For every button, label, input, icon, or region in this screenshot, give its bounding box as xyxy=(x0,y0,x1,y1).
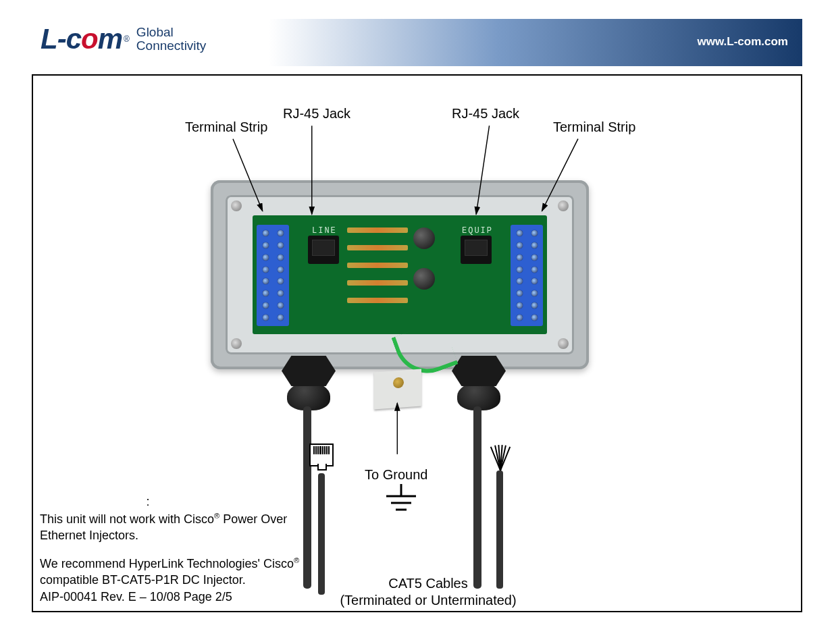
diagram-area: Terminal Strip RJ-45 Jack RJ-45 Jack Ter… xyxy=(33,106,801,599)
logo-mark: L-com xyxy=(41,23,122,55)
cable-right xyxy=(473,406,481,589)
content-frame: Terminal Strip RJ-45 Jack RJ-45 Jack Ter… xyxy=(32,74,802,612)
pcb-component xyxy=(347,227,408,233)
cable-unterminated xyxy=(483,444,517,589)
label-rj45-right: RJ-45 Jack xyxy=(452,106,519,122)
label-terminal-strip-left: Terminal Strip xyxy=(185,119,267,135)
pcb-capacitor xyxy=(413,268,435,290)
terminal-block-right xyxy=(511,225,543,326)
logo: L-com ® Global Connectivity xyxy=(41,23,206,55)
tagline-2: Connectivity xyxy=(136,39,207,53)
corner-screw xyxy=(558,200,569,211)
rj45-jack-right xyxy=(461,236,492,264)
pcb-component xyxy=(347,298,408,303)
cable-gland-left xyxy=(275,356,342,410)
pcb-component xyxy=(347,263,408,268)
pcb-component xyxy=(347,280,408,286)
logo-part-3: m xyxy=(98,23,122,55)
corner-screw xyxy=(558,338,569,349)
rj45-jack-left xyxy=(308,236,339,264)
website-url: www.L-com.com xyxy=(698,35,788,49)
label-rj45-left: RJ-45 Jack xyxy=(283,106,350,122)
corner-screw xyxy=(231,200,242,211)
logo-part-1: L-c xyxy=(41,23,81,55)
ground-bracket xyxy=(374,369,421,410)
logo-registered: ® xyxy=(124,34,130,44)
note-para-1: This unit will not work with Cisco® Powe… xyxy=(40,511,310,543)
pcb: LINE EQUIP xyxy=(253,215,547,334)
label-to-ground: To Ground xyxy=(365,467,427,483)
label-terminal-strip-right: Terminal Strip xyxy=(553,119,635,135)
logo-tagline: Global Connectivity xyxy=(136,26,207,53)
tagline-1: Global xyxy=(136,26,207,39)
rj45-plug-terminated xyxy=(308,444,335,595)
pcb-label-line: LINE xyxy=(312,226,337,236)
device-lid: LINE EQUIP xyxy=(226,195,574,354)
ground-symbol-icon xyxy=(381,484,421,520)
logo-part-2: o xyxy=(81,23,98,55)
note-para-2: We recommend HyperLink Technologies' Cis… xyxy=(40,556,310,588)
note-heading: : xyxy=(40,494,256,510)
footer-text: AIP-00041 Rev. E – 10/08 Page 2/5 xyxy=(40,590,232,604)
pcb-component xyxy=(347,245,408,250)
note-block: : This unit will not work with Cisco® Po… xyxy=(40,494,310,600)
cat5-line1: CAT5 Cables xyxy=(320,575,536,592)
corner-screw xyxy=(231,338,242,349)
cat5-cables-label: CAT5 Cables (Terminated or Unterminated) xyxy=(320,575,536,609)
cat5-line2: (Terminated or Unterminated) xyxy=(320,592,536,609)
pcb-label-equip: EQUIP xyxy=(462,226,493,236)
terminal-block-left xyxy=(257,225,289,326)
pcb-capacitor xyxy=(413,227,435,249)
